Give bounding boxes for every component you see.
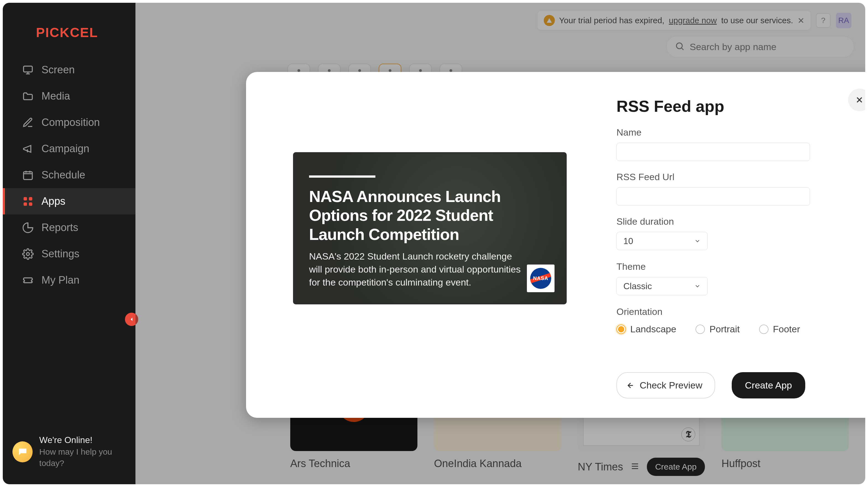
sidebar-item-label: Apps (41, 195, 65, 207)
svg-rect-1 (24, 172, 32, 179)
gear-icon (22, 248, 34, 260)
rss-feed-modal: NASA Announces Launch Options for 2022 S… (246, 72, 865, 418)
sidebar-item-apps[interactable]: Apps (3, 188, 135, 214)
sidebar-nav: Screen Media Composition Campaign Schedu… (3, 57, 135, 293)
chevron-down-icon (694, 238, 701, 244)
slide-duration-value: 10 (623, 236, 633, 246)
preview-headline: NASA Announces Launch Options for 2022 S… (309, 187, 551, 244)
arrow-left-icon (626, 381, 635, 390)
sidebar-item-label: Screen (41, 64, 75, 76)
sidebar-item-media[interactable]: Media (3, 83, 135, 109)
sidebar-item-campaign[interactable]: Campaign (3, 136, 135, 162)
radio-label: Portrait (709, 324, 740, 335)
name-label: Name (616, 127, 860, 138)
orientation-label: Orientation (616, 306, 860, 317)
sidebar-item-label: Campaign (41, 143, 89, 155)
name-input[interactable] (616, 143, 810, 161)
sidebar-item-reports[interactable]: Reports (3, 214, 135, 241)
sidebar-item-settings[interactable]: Settings (3, 241, 135, 267)
svg-rect-5 (29, 202, 32, 206)
sidebar-item-label: My Plan (41, 274, 79, 286)
svg-rect-2 (24, 197, 27, 200)
sidebar-item-label: Composition (41, 116, 100, 128)
megaphone-icon (22, 143, 34, 155)
chat-text: We're Online! How may I help you today? (39, 434, 135, 469)
apps-icon (22, 196, 34, 207)
slide-duration-select[interactable]: 10 (616, 232, 708, 250)
ticket-icon (22, 275, 34, 286)
rss-preview: NASA Announces Launch Options for 2022 S… (293, 152, 567, 304)
main: Your trial period has expired, upgrade n… (135, 3, 865, 484)
sidebar-item-label: Reports (41, 222, 78, 233)
sidebar-item-label: Media (41, 90, 70, 102)
preview-accent-bar (309, 175, 375, 178)
create-app-label: Create App (745, 380, 792, 391)
chat-title: We're Online! (39, 435, 92, 445)
preview-body: NASA's 2022 Student Launch rocketry chal… (309, 250, 522, 289)
orientation-portrait-radio[interactable]: Portrait (695, 324, 740, 335)
theme-select[interactable]: Classic (616, 277, 708, 295)
monitor-icon (22, 64, 34, 76)
svg-rect-4 (24, 202, 27, 206)
chevron-down-icon (694, 283, 701, 289)
check-preview-button[interactable]: Check Preview (616, 372, 715, 398)
brand-logo: PICKCEL (3, 3, 135, 57)
sidebar-item-screen[interactable]: Screen (3, 57, 135, 83)
svg-point-6 (27, 252, 30, 255)
sidebar-item-label: Schedule (41, 169, 85, 181)
orientation-landscape-radio[interactable]: Landscape (616, 324, 676, 335)
create-app-button[interactable]: Create App (732, 372, 805, 398)
sidebar-item-composition[interactable]: Composition (3, 109, 135, 136)
sidebar-item-label: Settings (41, 248, 79, 260)
edit-icon (22, 117, 34, 128)
slide-duration-label: Slide duration (616, 216, 860, 227)
url-label: RSS Feed Url (616, 172, 860, 182)
radio-dot-icon (695, 324, 705, 334)
orientation-footer-radio[interactable]: Footer (759, 324, 800, 335)
chat-subtitle: How may I help you today? (39, 447, 112, 468)
chart-icon (22, 222, 34, 233)
rss-form: RSS Feed app Name RSS Feed Url Slide dur… (616, 97, 860, 398)
radio-dot-icon (616, 324, 626, 334)
theme-label: Theme (616, 261, 860, 272)
orientation-group: Landscape Portrait Footer (616, 324, 860, 335)
modal-title: RSS Feed app (616, 97, 860, 115)
folder-icon (22, 90, 34, 102)
sidebar: PICKCEL Screen Media Composition Campaig… (3, 3, 135, 484)
chat-icon (12, 441, 33, 462)
radio-dot-icon (759, 324, 769, 334)
radio-label: Footer (773, 324, 800, 335)
theme-value: Classic (623, 281, 652, 291)
sidebar-item-schedule[interactable]: Schedule (3, 162, 135, 188)
radio-label: Landscape (630, 324, 676, 335)
calendar-icon (22, 169, 34, 181)
nasa-badge (527, 264, 555, 292)
check-preview-label: Check Preview (640, 380, 703, 391)
rss-url-input[interactable] (616, 187, 810, 206)
svg-rect-3 (29, 197, 32, 200)
svg-rect-0 (24, 66, 32, 72)
chat-widget[interactable]: We're Online! How may I help you today? (12, 434, 135, 469)
sidebar-item-my-plan[interactable]: My Plan (3, 267, 135, 293)
